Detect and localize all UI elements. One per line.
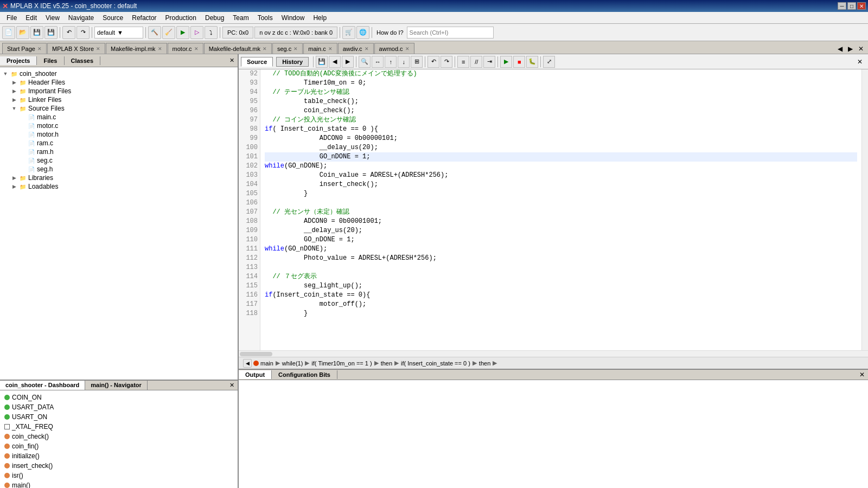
close-button[interactable]: ✕ [857, 2, 866, 10]
code-line[interactable]: } [265, 189, 857, 198]
tab-config-bits[interactable]: Configuration Bits [272, 370, 337, 379]
tree-ram-h[interactable]: 📄 ram.h [2, 147, 235, 156]
ed-back-btn[interactable]: ◀ [329, 56, 341, 68]
open-button[interactable]: 📂 [16, 26, 29, 39]
nav-coin-check[interactable]: coin_check() [2, 432, 235, 441]
tabs-close[interactable]: ✕ [856, 44, 866, 54]
code-line[interactable]: // テーブル光センサ確認 [265, 88, 857, 97]
new-button[interactable]: 📄 [2, 26, 15, 39]
file-tab-7[interactable]: awdiv.c✕ [338, 43, 374, 54]
menu-item-help[interactable]: Help [309, 13, 331, 23]
maximize-button[interactable]: □ [847, 2, 856, 10]
step-button[interactable]: ⤵ [205, 26, 218, 39]
code-line[interactable]: coin_check(); [265, 106, 857, 115]
ed-expand-btn[interactable]: ⤢ [543, 56, 555, 68]
code-text[interactable]: // TODO自動的(ADC変換後にメインで処理する) Timer10m_on … [260, 69, 861, 350]
undo-button[interactable]: ↶ [62, 26, 75, 39]
code-line[interactable]: Photo_value = ADRESL+(ADRESH*256); [265, 254, 857, 263]
code-content[interactable]: 9293949596979899100101102103104105106107… [239, 69, 868, 350]
tab-output[interactable]: Output [239, 370, 272, 379]
ed-forward-btn[interactable]: ▶ [342, 56, 354, 68]
code-line[interactable]: // ７セグ表示 [265, 272, 857, 281]
code-line[interactable]: motor_off(); [265, 300, 857, 309]
search-input[interactable] [407, 27, 494, 38]
tree-loadables[interactable]: ▶ 📁 Loadables [2, 182, 235, 191]
close-tab-icon[interactable]: ✕ [328, 46, 333, 52]
file-tab-0[interactable]: Start Page✕ [2, 43, 47, 54]
code-line[interactable]: __delay_us(20); [265, 226, 857, 235]
nav-initialize[interactable]: initialize() [2, 451, 235, 461]
nav-insert-check[interactable]: insert_check() [2, 461, 235, 471]
tree-root[interactable]: ▼ 📁 coin_shooter [2, 69, 235, 78]
ed-save-btn[interactable]: 💾 [316, 56, 328, 68]
file-tab-3[interactable]: motor.c✕ [168, 43, 203, 54]
minimize-button[interactable]: ─ [838, 2, 846, 10]
ed-search-btn[interactable]: 🔍 [359, 56, 371, 68]
file-tab-8[interactable]: awmod.c✕ [374, 43, 414, 54]
scrollbar-thumb[interactable] [240, 352, 272, 356]
ed-indent-btn[interactable]: ⇥ [483, 56, 495, 68]
ed-prev-btn[interactable]: ↑ [385, 56, 397, 68]
debug-button[interactable]: ▷ [190, 26, 203, 39]
code-line[interactable]: // 光センサ（未定）確認 [265, 208, 857, 217]
tab-files[interactable]: Files [37, 56, 64, 65]
menu-item-tools[interactable]: Tools [253, 13, 277, 23]
tab-projects[interactable]: Projects [0, 56, 37, 65]
close-tab-icon[interactable]: ✕ [194, 46, 199, 52]
horizontal-scrollbar[interactable] [239, 350, 868, 357]
code-line[interactable]: while(GO_nDONE); [265, 245, 857, 254]
close-tab-icon[interactable]: ✕ [263, 46, 267, 52]
tree-source-files[interactable]: ▼ 📁 Source Files [2, 104, 235, 113]
tree-motor-h[interactable]: 📄 motor.h [2, 130, 235, 139]
code-line[interactable]: ADCON0 = 0b00001001; [265, 217, 857, 226]
tree-libraries[interactable]: ▶ 📁 Libraries [2, 174, 235, 182]
build-button[interactable]: 🔨 [148, 26, 161, 39]
ed-stop-btn[interactable]: ■ [513, 56, 525, 68]
code-line[interactable]: table_check(); [265, 97, 857, 106]
tab-dashboard[interactable]: coin_shooter - Dashboard [0, 381, 85, 390]
panel-minimize[interactable]: ✕ [226, 56, 238, 65]
tree-seg-h[interactable]: 📄 seg.h [2, 165, 235, 174]
file-tab-1[interactable]: MPLAB X Store✕ [47, 43, 105, 54]
menu-item-team[interactable]: Team [228, 13, 253, 23]
bl-close[interactable]: ✕ [226, 381, 238, 390]
code-line[interactable] [265, 198, 857, 208]
bc-nav-btn[interactable]: ◀ [243, 359, 252, 368]
tree-ram-c[interactable]: 📄 ram.c [2, 139, 235, 147]
menu-item-edit[interactable]: Edit [21, 13, 41, 23]
ed-format-btn[interactable]: ≡ [457, 56, 469, 68]
file-tab-4[interactable]: Makefile-default.mk✕ [204, 43, 272, 54]
close-tab-icon[interactable]: ✕ [405, 46, 410, 52]
tree-important-files[interactable]: ▶ 📁 Important Files [2, 87, 235, 95]
redo-button[interactable]: ↷ [76, 26, 90, 39]
file-tab-2[interactable]: Makefile-impl.mk✕ [106, 43, 167, 54]
nav-coin-fin[interactable]: coin_fin() [2, 441, 235, 451]
nav-xtal-freq[interactable]: _XTAL_FREQ [2, 422, 235, 432]
cart-button[interactable]: 🛒 [342, 26, 355, 39]
save-all-button[interactable]: 💾 [44, 26, 58, 39]
editor-close[interactable]: ✕ [854, 57, 866, 67]
ed-redo-btn[interactable]: ↷ [441, 56, 452, 68]
nav-isr[interactable]: isr() [2, 471, 235, 480]
menu-item-production[interactable]: Production [161, 13, 201, 23]
tree-motor-c[interactable]: 📄 motor.c [2, 121, 235, 130]
tab-source[interactable]: Source [241, 57, 273, 67]
nav-main[interactable]: main() [2, 480, 235, 488]
tree-main-c[interactable]: 📄 main.c [2, 113, 235, 121]
ed-replace-btn[interactable]: ↔ [372, 56, 384, 68]
close-tab-icon[interactable]: ✕ [37, 46, 42, 52]
code-line[interactable]: GO_nDONE = 1; [265, 152, 857, 162]
tree-header-files[interactable]: ▶ 📁 Header Files [2, 78, 235, 87]
tab-navigator[interactable]: main() - Navigator [85, 381, 148, 390]
close-tab-icon[interactable]: ✕ [293, 46, 298, 52]
code-line[interactable]: if( Insert_coin_state == 0 ){ [265, 125, 857, 134]
browser-button[interactable]: 🌐 [356, 26, 369, 39]
tree-linker-files[interactable]: ▶ 📁 Linker Files [2, 95, 235, 104]
code-line[interactable]: insert_check(); [265, 180, 857, 189]
ed-comment-btn[interactable]: // [470, 56, 482, 68]
code-line[interactable]: Coin_value = ADRESL+(ADRESH*256); [265, 171, 857, 180]
menu-item-view[interactable]: View [41, 13, 64, 23]
tab-classes[interactable]: Classes [65, 56, 101, 65]
tree-seg-c[interactable]: 📄 seg.c [2, 156, 235, 165]
nav-usart-data[interactable]: USART_DATA [2, 402, 235, 412]
